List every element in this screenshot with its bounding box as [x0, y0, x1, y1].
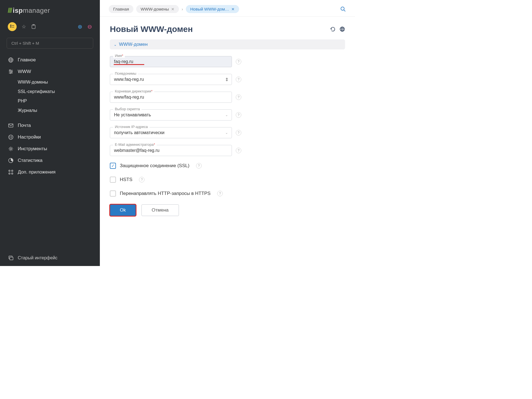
chevron-down-icon: ⌄: [114, 42, 117, 47]
help-icon[interactable]: ?: [236, 94, 241, 100]
svg-point-29: [340, 27, 344, 31]
refresh-icon[interactable]: [330, 26, 336, 32]
old-interface-link[interactable]: Старый интерфейс: [0, 250, 100, 266]
nav-main[interactable]: Главное: [0, 54, 100, 66]
sub-php[interactable]: PHP: [0, 96, 100, 106]
star-icon[interactable]: ☆: [22, 24, 26, 30]
nav-stats-label: Статистика: [18, 158, 42, 163]
hsts-checkbox[interactable]: ✓: [110, 177, 116, 183]
svg-point-24: [12, 173, 13, 174]
svg-rect-1: [12, 25, 14, 26]
root-input[interactable]: [110, 92, 232, 103]
section-www-domain[interactable]: ⌄ WWW-домен: [110, 39, 345, 49]
content: Новый WWW-домен ⌄ WWW-домен Имя* ? Псевд…: [100, 17, 355, 224]
sub-www-domains[interactable]: WWW-домены: [0, 77, 100, 87]
nav-www[interactable]: WWW: [0, 66, 100, 77]
remove-button[interactable]: ⊖: [87, 23, 92, 30]
tree-icon: [10, 24, 14, 29]
redirect-label: Перенаправлять HTTP-запросы в HTTPS: [120, 191, 211, 196]
nav-settings-label: Настройки: [18, 134, 41, 140]
logo-suffix: manager: [23, 7, 50, 14]
language-icon[interactable]: [340, 26, 345, 32]
page-header: Новый WWW-домен: [110, 24, 345, 34]
nav-settings[interactable]: Настройки: [0, 131, 100, 143]
svg-line-28: [344, 10, 345, 11]
main: Главная WWW-домены✕ › Новый WWW-дом…✕ Но…: [100, 0, 355, 266]
svg-point-12: [11, 71, 12, 72]
svg-point-14: [10, 72, 11, 74]
ip-select[interactable]: [110, 127, 232, 138]
chevron-right-icon: ›: [182, 7, 183, 11]
cancel-button[interactable]: Отмена: [141, 204, 179, 216]
svg-rect-4: [32, 25, 35, 29]
ok-button[interactable]: Ok: [110, 204, 136, 216]
clipboard-icon[interactable]: [31, 24, 36, 29]
search-input[interactable]: Ctrl + Shift + M: [7, 38, 93, 49]
section-label: WWW-домен: [119, 42, 148, 47]
search-icon[interactable]: [340, 6, 346, 12]
tune-icon: [8, 134, 14, 140]
svg-point-30: [341, 27, 343, 31]
nav-tools-label: Инструменты: [18, 146, 47, 152]
crumb-new-domain[interactable]: Новый WWW-дом…✕: [186, 5, 239, 13]
svg-point-16: [9, 135, 13, 139]
svg-rect-15: [9, 124, 13, 127]
grid-icon: [8, 169, 14, 175]
svg-point-27: [341, 7, 344, 10]
nav-tools[interactable]: Инструменты: [0, 143, 100, 155]
help-icon[interactable]: ?: [236, 59, 241, 64]
svg-rect-2: [10, 26, 11, 27]
name-label: Имя*: [113, 54, 125, 58]
email-input[interactable]: [110, 145, 232, 156]
nav-stats[interactable]: Статистика: [0, 155, 100, 166]
crumb-www-domains[interactable]: WWW-домены✕: [136, 5, 179, 13]
help-icon[interactable]: ?: [217, 191, 223, 196]
svg-rect-3: [12, 27, 14, 27]
help-icon[interactable]: ?: [236, 77, 241, 82]
pie-icon: [8, 157, 14, 164]
svg-point-10: [9, 70, 11, 71]
aliases-input[interactable]: [110, 74, 232, 85]
script-select[interactable]: [110, 109, 232, 121]
redirect-checkbox[interactable]: ✓: [110, 190, 116, 197]
nav-www-label: WWW: [18, 69, 31, 74]
svg-point-22: [12, 170, 13, 172]
logo-brand: isp: [13, 7, 23, 14]
expand-icon[interactable]: ⇕: [225, 77, 229, 82]
svg-rect-26: [10, 257, 13, 260]
nav-main-label: Главное: [18, 57, 36, 63]
name-input[interactable]: [110, 56, 232, 67]
close-icon[interactable]: ✕: [231, 7, 235, 11]
sub-ssl[interactable]: SSL-сертификаты: [0, 87, 100, 96]
ssl-label: Защищенное соединение (SSL): [120, 163, 189, 169]
crumb-home[interactable]: Главная: [109, 5, 133, 13]
add-button[interactable]: ⊕: [78, 23, 82, 30]
svg-point-21: [9, 170, 10, 172]
close-icon[interactable]: ✕: [171, 7, 174, 11]
svg-point-19: [10, 148, 12, 150]
sidebar: ///ispmanager ☆ ⊕ ⊖ Ctrl + Shift + M Гла…: [0, 0, 100, 266]
logo-bars-icon: ///: [8, 7, 12, 14]
help-icon[interactable]: ?: [196, 163, 202, 169]
breadcrumbs: Главная WWW-домены✕ › Новый WWW-дом…✕: [100, 0, 355, 17]
help-icon[interactable]: ?: [236, 130, 241, 135]
old-interface-label: Старый интерфейс: [18, 255, 57, 260]
nav-extras[interactable]: Доп. приложения: [0, 166, 100, 178]
sidebar-toolbar: ☆ ⊕ ⊖: [0, 19, 100, 36]
action-row: Ok Отмена: [110, 204, 345, 216]
page-actions: [330, 26, 345, 32]
svg-point-23: [9, 173, 10, 174]
sub-logs[interactable]: Журналы: [0, 106, 100, 115]
script-label: Выбор скрипта: [113, 107, 141, 111]
help-icon[interactable]: ?: [139, 177, 145, 182]
root-label: Корневая директория*: [113, 89, 154, 93]
help-icon[interactable]: ?: [236, 148, 241, 153]
tree-view-button[interactable]: [8, 22, 17, 31]
clipboard-svg: [31, 24, 36, 29]
help-icon[interactable]: ?: [236, 112, 241, 118]
nav-mail[interactable]: Почта: [0, 120, 100, 131]
ssl-checkbox[interactable]: ✓: [110, 163, 116, 169]
nav: Главное WWW WWW-домены SSL-сертификаты P…: [0, 54, 100, 250]
sliders-icon: [8, 69, 14, 75]
nav-mail-label: Почта: [18, 123, 31, 128]
